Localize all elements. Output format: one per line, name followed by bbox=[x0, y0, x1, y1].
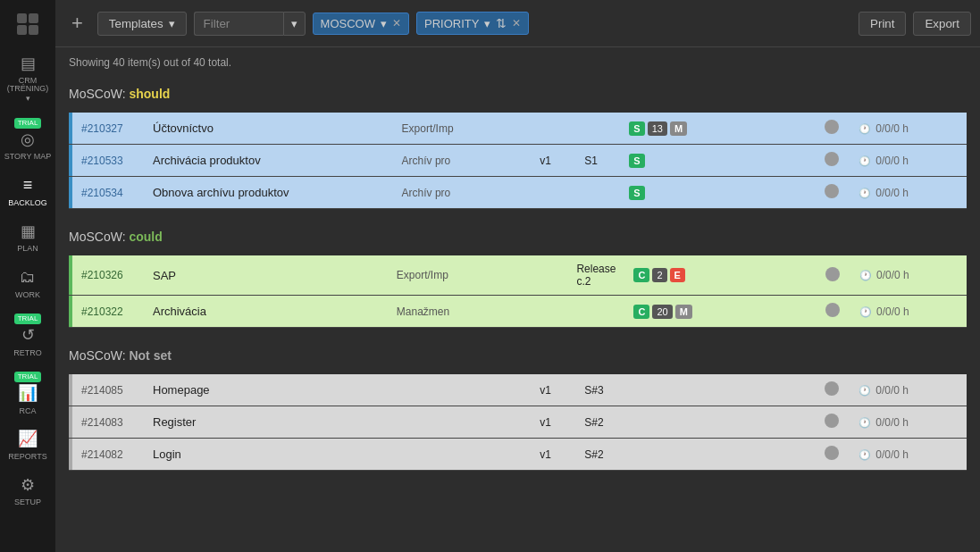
row-name[interactable]: SAP bbox=[144, 255, 388, 296]
group-label-should: should bbox=[129, 87, 170, 101]
row-tag bbox=[393, 439, 532, 471]
priority-chevron-icon: ▾ bbox=[484, 17, 490, 30]
row-id: #210327 bbox=[72, 113, 144, 145]
clock-icon: 🕐 bbox=[859, 123, 871, 134]
sidebar: ▤ CRM(TRÉNING) ▾ TRIAL ◎ STORY MAP ≡ BAC… bbox=[0, 0, 55, 552]
sidebar-item-reports[interactable]: 📈 REPORTS bbox=[0, 422, 55, 468]
row-tag bbox=[393, 374, 532, 406]
status-line: Showing 40 item(s) out of 40 total. bbox=[69, 56, 967, 69]
status-circle bbox=[825, 303, 840, 317]
sidebar-item-crm[interactable]: ▤ CRM(TRÉNING) ▾ bbox=[0, 47, 55, 111]
status-circle bbox=[825, 446, 839, 460]
plan-icon: ▦ bbox=[21, 222, 36, 242]
clock-icon: 🕐 bbox=[859, 188, 871, 198]
moscow-close-button[interactable]: ✕ bbox=[392, 17, 401, 29]
clock-icon: 🕐 bbox=[859, 417, 871, 428]
reports-icon: 📈 bbox=[18, 430, 38, 449]
export-button[interactable]: Export bbox=[913, 12, 971, 36]
table-row: #210327 Účtovníctvo Export/Imp S 13 M 🕐 … bbox=[69, 113, 967, 145]
row-badges bbox=[620, 374, 814, 406]
templates-button[interactable]: Templates ▾ bbox=[97, 12, 187, 36]
row-tag: Archív pro bbox=[393, 177, 532, 209]
print-button[interactable]: Print bbox=[859, 12, 906, 36]
sidebar-item-plan[interactable]: ▦ PLAN bbox=[0, 215, 55, 261]
row-id: #214083 bbox=[72, 406, 144, 439]
table-notset: #214085 Homepage v1 S#3 🕐 0/0/0 h #21408… bbox=[69, 374, 967, 471]
row-name[interactable]: Homepage bbox=[144, 374, 393, 406]
row-version bbox=[531, 177, 575, 209]
sidebar-item-backlog[interactable]: ≡ BACKLOG bbox=[0, 169, 55, 214]
sidebar-item-setup[interactable]: ⚙ SETUP bbox=[0, 469, 55, 514]
row-status bbox=[814, 374, 850, 406]
status-circle bbox=[825, 381, 839, 396]
row-version: v1 bbox=[531, 374, 575, 406]
priority-close-button[interactable]: ✕ bbox=[512, 17, 521, 29]
add-button[interactable]: + bbox=[64, 8, 90, 38]
row-time: 🕐 0/0/0 h bbox=[850, 177, 939, 209]
row-sprint: S#2 bbox=[575, 406, 620, 439]
row-tag: Export/Imp bbox=[393, 113, 532, 145]
filter-input[interactable] bbox=[194, 12, 283, 36]
badge-num: 2 bbox=[652, 268, 666, 282]
badge-num: 20 bbox=[652, 305, 672, 319]
app-logo bbox=[0, 0, 55, 47]
table-row: #214085 Homepage v1 S#3 🕐 0/0/0 h bbox=[69, 374, 967, 406]
row-id: #210322 bbox=[72, 296, 144, 328]
row-id: #214082 bbox=[72, 439, 144, 471]
badge-num: 13 bbox=[648, 121, 667, 136]
badge-e: E bbox=[670, 268, 685, 282]
row-tag: Archív pro bbox=[393, 145, 532, 177]
row-badges bbox=[620, 439, 814, 471]
row-version bbox=[523, 296, 567, 328]
row-name[interactable]: Archivácia produktov bbox=[144, 145, 393, 177]
row-version bbox=[531, 113, 575, 145]
row-name[interactable]: Obnova archívu produktov bbox=[144, 177, 393, 209]
group-header-should: MoSCoW: should bbox=[69, 79, 967, 108]
priority-filter[interactable]: PRIORITY ▾ ⇅ ✕ bbox=[416, 12, 529, 35]
status-circle bbox=[825, 267, 840, 281]
table-could: #210326 SAP Export/Imp Release c.2 C 2 E… bbox=[69, 255, 967, 328]
row-version bbox=[523, 255, 567, 296]
row-sprint: S1 bbox=[575, 145, 620, 177]
row-tag: Export/Imp bbox=[388, 255, 524, 296]
templates-chevron-icon: ▾ bbox=[169, 17, 175, 30]
sidebar-item-work[interactable]: 🗂 WORK bbox=[0, 261, 55, 306]
row-time: 🕐 0/0/0 h bbox=[850, 439, 939, 471]
status-circle bbox=[825, 414, 839, 428]
row-status bbox=[814, 406, 850, 439]
row-sprint: S#2 bbox=[575, 439, 620, 471]
row-tag: Manažmen bbox=[388, 296, 524, 328]
sidebar-item-retro[interactable]: TRIAL ↺ RETRO bbox=[0, 306, 55, 364]
row-tag bbox=[393, 406, 532, 439]
content-area: Showing 40 item(s) out of 40 total. MoSC… bbox=[55, 47, 980, 552]
svg-rect-2 bbox=[17, 25, 27, 35]
row-id: #210326 bbox=[72, 255, 144, 296]
moscow-chevron-icon: ▾ bbox=[381, 17, 387, 30]
row-name[interactable]: Register bbox=[144, 406, 393, 439]
badge-s: S bbox=[629, 186, 644, 200]
row-badges bbox=[620, 406, 814, 439]
row-version: v1 bbox=[531, 439, 575, 471]
sort-icon: ⇅ bbox=[496, 16, 507, 30]
sidebar-item-storymap[interactable]: TRIAL ◎ STORY MAP bbox=[0, 111, 55, 169]
row-time: 🕐 0/0/0 h bbox=[850, 374, 939, 406]
row-time: 🕐 0/0/0 h bbox=[850, 113, 939, 145]
row-name[interactable]: Účtovníctvo bbox=[144, 113, 393, 145]
clock-icon: 🕐 bbox=[859, 385, 871, 396]
svg-rect-3 bbox=[29, 25, 38, 35]
setup-icon: ⚙ bbox=[21, 476, 35, 496]
sidebar-item-rca[interactable]: TRIAL 📊 RCA bbox=[0, 364, 55, 422]
svg-rect-1 bbox=[29, 13, 38, 23]
row-version: v1 bbox=[531, 406, 575, 439]
crm-icon: ▤ bbox=[21, 54, 36, 74]
row-badges: C 2 E bbox=[624, 255, 814, 296]
row-name[interactable]: Archivácia bbox=[144, 296, 388, 328]
status-circle bbox=[825, 120, 839, 134]
row-time: 🕐 0/0/0 h bbox=[850, 255, 940, 296]
moscow-filter[interactable]: MOSCOW ▾ ✕ bbox=[313, 13, 409, 35]
filter-dropdown-button[interactable]: ▾ bbox=[283, 12, 306, 36]
status-circle bbox=[825, 184, 839, 198]
table-row: #214083 Register v1 S#2 🕐 0/0/0 h bbox=[69, 406, 967, 439]
row-badges: S 13 M bbox=[620, 113, 814, 145]
row-name[interactable]: Login bbox=[144, 439, 393, 471]
